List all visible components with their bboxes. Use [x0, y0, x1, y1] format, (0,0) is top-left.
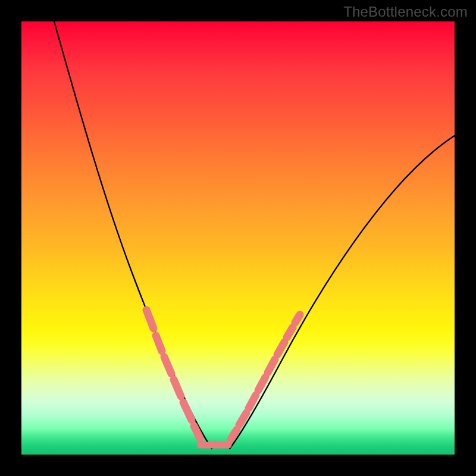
- marker-dash: [249, 395, 256, 408]
- marker-dash: [268, 359, 275, 372]
- marker-dash: [194, 426, 200, 438]
- marker-dash: [183, 402, 192, 420]
- chart-frame: TheBottleneck.com: [0, 0, 476, 476]
- marker-dash: [231, 430, 237, 439]
- plot-area: [21, 21, 455, 455]
- chart-svg: [21, 21, 455, 455]
- marker-dash: [287, 327, 293, 337]
- marker-dash: [258, 377, 265, 390]
- bottleneck-curve-left: [54, 21, 212, 449]
- marker-dash: [146, 310, 154, 328]
- marker-dash: [174, 380, 181, 396]
- marker-dash: [239, 413, 246, 425]
- marker-dash: [156, 336, 162, 351]
- marker-dash: [295, 315, 300, 322]
- marker-dash: [277, 342, 284, 355]
- marker-right-dashes: [231, 315, 300, 439]
- marker-left-dashes: [146, 310, 200, 438]
- watermark-text: TheBottleneck.com: [343, 4, 468, 20]
- bottleneck-curve-right: [230, 136, 455, 449]
- marker-dash: [164, 357, 171, 374]
